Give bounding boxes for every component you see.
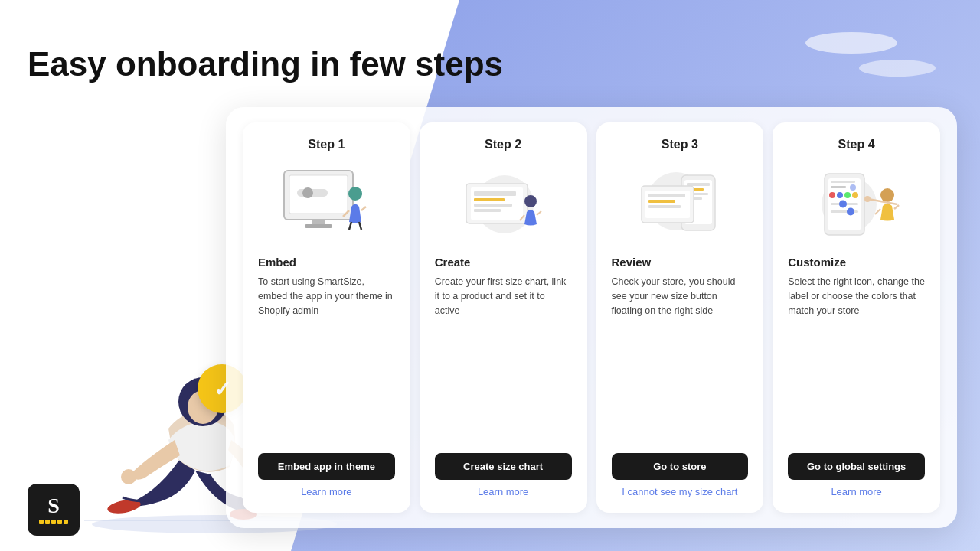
- svg-point-47: [837, 192, 843, 198]
- svg-rect-43: [831, 181, 855, 183]
- card-step2: Step 2 Create Create your first s: [420, 122, 587, 513]
- create-size-chart-button[interactable]: Create size chart: [435, 453, 572, 480]
- card-step4-title: Customize: [788, 256, 925, 269]
- svg-line-13: [361, 207, 366, 210]
- create-learn-more-link[interactable]: Learn more: [478, 486, 528, 497]
- svg-point-46: [829, 192, 835, 198]
- svg-point-48: [844, 192, 851, 198]
- card-step2-desc: Create your first size chart, link it to…: [435, 275, 572, 444]
- svg-rect-38: [648, 200, 675, 203]
- logo-letter: S: [47, 495, 60, 517]
- card-step1-illustration: [280, 161, 372, 245]
- card-step3-label: Step 3: [662, 138, 698, 152]
- card-step3-title: Review: [612, 256, 749, 269]
- card-step4-illustration: [811, 161, 903, 245]
- card-step1: Step 1 Embed To start us: [243, 122, 410, 513]
- left-content: Easy onboarding in few steps: [28, 46, 503, 83]
- svg-rect-17: [305, 224, 332, 228]
- svg-point-53: [847, 208, 854, 216]
- card-step3-actions: Go to store I cannot see my size chart: [612, 453, 749, 497]
- svg-line-27: [537, 211, 541, 215]
- card-step1-desc: To start using SmartSize, embed the app …: [258, 275, 395, 444]
- svg-point-49: [852, 192, 858, 198]
- card-step1-title: Embed: [258, 256, 395, 269]
- card-step4-desc: Select the right icon, change the label …: [788, 275, 925, 444]
- card-step2-title: Create: [435, 256, 572, 269]
- decorative-oval-2: [859, 60, 936, 77]
- card-step4-label: Step 4: [838, 138, 875, 152]
- svg-point-54: [880, 188, 894, 202]
- embed-learn-more-link[interactable]: Learn more: [301, 486, 351, 497]
- smartsize-logo: S: [28, 484, 80, 536]
- svg-rect-37: [648, 194, 685, 197]
- main-title: Easy onboarding in few steps: [28, 46, 503, 83]
- card-step2-illustration: [457, 161, 549, 245]
- card-step3: Step 3 Review Check your: [596, 122, 764, 513]
- svg-rect-39: [648, 205, 681, 208]
- card-step1-actions: Embed app in theme Learn more: [258, 453, 395, 497]
- svg-rect-24: [474, 209, 501, 212]
- cards-container: Step 1 Embed To start us: [226, 107, 957, 528]
- go-to-store-button[interactable]: Go to store: [612, 453, 749, 480]
- svg-point-3: [121, 469, 136, 484]
- decorative-oval-1: [805, 32, 897, 54]
- go-to-global-settings-button[interactable]: Go to global settings: [788, 453, 925, 480]
- customize-learn-more-link[interactable]: Learn more: [831, 486, 881, 497]
- logo-dots: [39, 520, 68, 524]
- card-step1-label: Step 1: [308, 138, 345, 152]
- card-step4-actions: Go to global settings Learn more: [788, 453, 925, 497]
- svg-line-15: [359, 222, 361, 230]
- card-step3-illustration: [634, 161, 726, 245]
- svg-point-45: [850, 184, 856, 191]
- svg-rect-21: [474, 191, 516, 196]
- svg-point-10: [302, 187, 313, 198]
- card-step2-actions: Create size chart Learn more: [435, 453, 572, 497]
- svg-rect-22: [474, 198, 505, 201]
- cannot-see-chart-link[interactable]: I cannot see my size chart: [622, 486, 737, 497]
- card-step4: Step 4: [773, 122, 940, 513]
- card-step3-desc: Check your store, you should see your ne…: [612, 275, 749, 444]
- svg-line-14: [349, 222, 351, 230]
- embed-app-button[interactable]: Embed app in theme: [258, 453, 395, 480]
- svg-point-11: [348, 187, 362, 201]
- svg-rect-44: [831, 186, 846, 188]
- svg-point-58: [864, 196, 871, 202]
- svg-point-25: [524, 195, 537, 207]
- svg-rect-23: [474, 204, 512, 207]
- svg-line-56: [894, 205, 899, 209]
- svg-point-51: [839, 201, 847, 208]
- card-step2-label: Step 2: [485, 138, 521, 152]
